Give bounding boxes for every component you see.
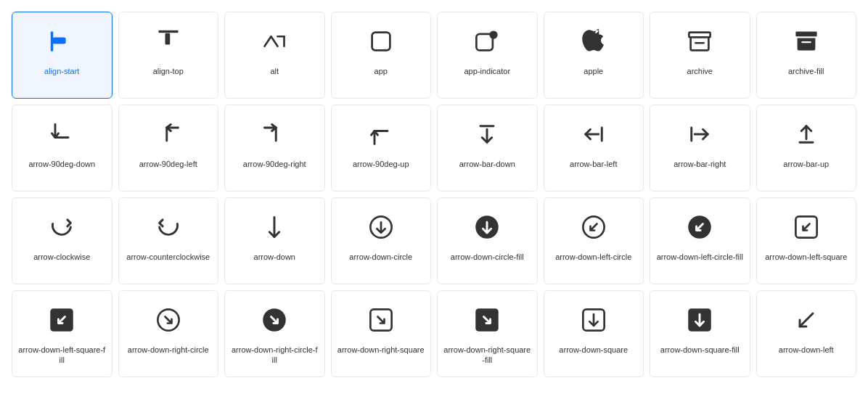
arrow-down-icon bbox=[257, 210, 292, 245]
icon-label-arrow-90deg-up: arrow-90deg-up bbox=[353, 159, 409, 169]
icon-card-arrow-bar-up[interactable]: arrow-bar-up bbox=[756, 104, 857, 192]
icon-label-arrow-down-left-square: arrow-down-left-square bbox=[765, 252, 847, 262]
arrow-bar-up-icon bbox=[789, 117, 824, 152]
alt-icon bbox=[257, 24, 292, 59]
icon-card-archive[interactable]: archive bbox=[650, 12, 750, 99]
icon-label-arrow-bar-down: arrow-bar-down bbox=[459, 159, 515, 169]
icon-card-arrow-90deg-right[interactable]: arrow-90deg-right bbox=[224, 104, 325, 192]
archive-fill-icon bbox=[789, 24, 824, 59]
icon-card-arrow-down-circle-fill[interactable]: arrow-down-circle-fill bbox=[437, 197, 538, 284]
icon-card-arrow-bar-down[interactable]: arrow-bar-down bbox=[437, 104, 538, 192]
icon-card-arrow-down-right-square-fill[interactable]: arrow-down-right-square-fill bbox=[437, 290, 538, 377]
icon-label-arrow-down-left-circle: arrow-down-left-circle bbox=[555, 252, 631, 262]
icon-card-arrow-bar-right[interactable]: arrow-bar-right bbox=[650, 104, 750, 192]
arrow-down-circle-icon bbox=[364, 210, 398, 245]
icon-card-arrow-down-right-circle[interactable]: arrow-down-right-circle bbox=[118, 290, 219, 377]
arrow-down-right-circle-icon bbox=[151, 303, 186, 337]
arrow-down-left-circle-icon bbox=[576, 210, 611, 245]
icon-label-archive-fill: archive-fill bbox=[788, 66, 824, 76]
icon-card-apple[interactable]: apple bbox=[544, 12, 644, 99]
arrow-down-right-circle-fill-icon bbox=[257, 303, 292, 337]
icon-card-arrow-down-right-square[interactable]: arrow-down-right-square bbox=[331, 290, 432, 377]
icon-card-arrow-down-right-circle-fill[interactable]: arrow-down-right-circle-fill bbox=[224, 290, 325, 377]
svg-rect-6 bbox=[372, 33, 390, 51]
arrow-counterclockwise-icon bbox=[151, 210, 186, 245]
arrow-down-square-icon bbox=[576, 303, 611, 337]
icon-card-arrow-down-left-circle[interactable]: arrow-down-left-circle bbox=[544, 197, 644, 284]
app-icon bbox=[364, 24, 398, 59]
icon-label-arrow-bar-right: arrow-bar-right bbox=[673, 159, 726, 169]
icon-label-archive: archive bbox=[687, 66, 713, 76]
svg-point-8 bbox=[490, 30, 498, 38]
arrow-down-left-square-icon bbox=[789, 210, 824, 245]
icon-label-arrow-90deg-right: arrow-90deg-right bbox=[243, 159, 306, 169]
icon-label-arrow-down-right-circle-fill: arrow-down-right-circle-fill bbox=[231, 345, 319, 366]
icon-label-arrow-down-right-circle: arrow-down-right-circle bbox=[128, 345, 209, 355]
arrow-down-square-fill-icon bbox=[682, 303, 717, 337]
icon-label-arrow-bar-up: arrow-bar-up bbox=[783, 159, 829, 169]
icon-label-arrow-clockwise: arrow-clockwise bbox=[33, 252, 90, 262]
arrow-down-left-circle-fill-icon bbox=[682, 210, 717, 245]
icon-card-arrow-down-left-square-fill[interactable]: arrow-down-left-square-fill bbox=[12, 290, 112, 377]
icon-label-alt: alt bbox=[270, 66, 279, 76]
arrow-90deg-up-icon bbox=[364, 117, 398, 152]
icon-card-arrow-down-square-fill[interactable]: arrow-down-square-fill bbox=[650, 290, 750, 377]
icon-label-app-indicator: app-indicator bbox=[464, 66, 510, 76]
icon-card-arrow-clockwise[interactable]: arrow-clockwise bbox=[12, 197, 112, 284]
align-start-icon bbox=[44, 24, 79, 59]
icon-label-arrow-counterclockwise: arrow-counterclockwise bbox=[126, 252, 210, 262]
icon-label-app: app bbox=[374, 66, 388, 76]
icon-card-arrow-90deg-left[interactable]: arrow-90deg-left bbox=[118, 104, 219, 192]
arrow-bar-left-icon bbox=[576, 117, 611, 152]
icon-card-arrow-bar-left[interactable]: arrow-bar-left bbox=[544, 104, 644, 192]
arrow-down-right-square-fill-icon bbox=[470, 303, 504, 337]
icon-card-arrow-down-left-square[interactable]: arrow-down-left-square bbox=[756, 197, 857, 284]
icon-label-arrow-down: arrow-down bbox=[254, 252, 295, 262]
svg-rect-1 bbox=[54, 38, 65, 44]
archive-icon bbox=[682, 24, 717, 59]
arrow-down-left-icon bbox=[789, 303, 824, 337]
arrow-bar-down-icon bbox=[470, 117, 504, 152]
icon-card-arrow-counterclockwise[interactable]: arrow-counterclockwise bbox=[118, 197, 219, 284]
icon-card-app[interactable]: app bbox=[331, 12, 432, 99]
arrow-bar-right-icon bbox=[682, 117, 717, 152]
icon-card-arrow-down-square[interactable]: arrow-down-square bbox=[544, 290, 644, 377]
icon-label-arrow-down-square: arrow-down-square bbox=[559, 345, 628, 355]
icon-card-arrow-90deg-down[interactable]: arrow-90deg-down bbox=[12, 104, 112, 192]
icon-label-arrow-down-circle: arrow-down-circle bbox=[349, 252, 412, 262]
icon-card-align-start[interactable]: align-start bbox=[12, 12, 112, 99]
icon-grid: align-start align-top alt app bbox=[12, 12, 856, 377]
icon-label-arrow-90deg-down: arrow-90deg-down bbox=[28, 159, 95, 169]
icon-card-arrow-down-left[interactable]: arrow-down-left bbox=[756, 290, 857, 377]
icon-card-arrow-down-circle[interactable]: arrow-down-circle bbox=[331, 197, 432, 284]
icon-label-arrow-90deg-left: arrow-90deg-left bbox=[139, 159, 197, 169]
arrow-90deg-down-icon bbox=[44, 117, 79, 152]
arrow-90deg-left-icon bbox=[151, 117, 186, 152]
icon-label-arrow-down-left-square-fill: arrow-down-left-square-fill bbox=[18, 345, 106, 366]
icon-card-arrow-down[interactable]: arrow-down bbox=[224, 197, 325, 284]
icon-label-arrow-down-right-square: arrow-down-right-square bbox=[337, 345, 425, 355]
arrow-clockwise-icon bbox=[44, 210, 79, 245]
icon-card-align-top[interactable]: align-top bbox=[118, 12, 219, 99]
svg-rect-3 bbox=[165, 33, 170, 45]
svg-rect-9 bbox=[689, 33, 711, 38]
icon-label-arrow-bar-left: arrow-bar-left bbox=[570, 159, 617, 169]
arrow-90deg-right-icon bbox=[257, 117, 292, 152]
icon-label-apple: apple bbox=[584, 66, 603, 76]
icon-card-alt[interactable]: alt bbox=[224, 12, 325, 99]
apple-icon bbox=[576, 24, 611, 59]
icon-label-align-top: align-top bbox=[153, 66, 184, 76]
icon-label-arrow-down-right-square-fill: arrow-down-right-square-fill bbox=[443, 345, 531, 366]
icon-card-arrow-down-left-circle-fill[interactable]: arrow-down-left-circle-fill bbox=[650, 197, 750, 284]
icon-card-app-indicator[interactable]: app-indicator bbox=[437, 12, 538, 99]
app-indicator-icon bbox=[470, 24, 504, 59]
icon-label-arrow-down-circle-fill: arrow-down-circle-fill bbox=[451, 252, 524, 262]
arrow-down-left-square-fill-icon bbox=[44, 303, 79, 337]
icon-label-arrow-down-square-fill: arrow-down-square-fill bbox=[660, 345, 740, 355]
icon-label-arrow-down-left-circle-fill: arrow-down-left-circle-fill bbox=[657, 252, 743, 262]
arrow-down-circle-fill-icon bbox=[470, 210, 504, 245]
align-top-icon bbox=[151, 24, 186, 59]
icon-card-arrow-90deg-up[interactable]: arrow-90deg-up bbox=[331, 104, 432, 192]
icon-card-archive-fill[interactable]: archive-fill bbox=[756, 12, 857, 99]
icon-label-align-start: align-start bbox=[44, 66, 79, 76]
